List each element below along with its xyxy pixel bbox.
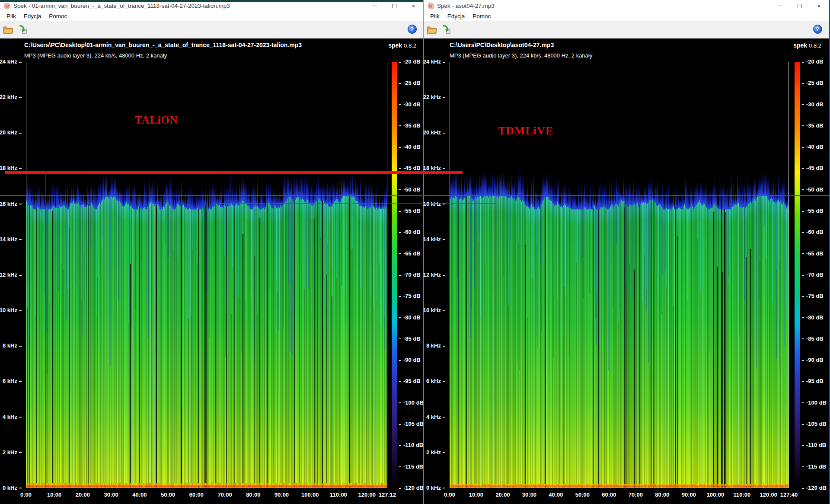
x-axis-tick-label: 127:12 xyxy=(379,491,396,498)
db-scale-label: -25 dB xyxy=(802,80,828,86)
y-axis-tick-label: 22 kHz xyxy=(423,94,445,101)
db-scale-label: -75 dB xyxy=(802,293,828,300)
db-colorbar-right xyxy=(795,62,800,488)
app-version: spek0.8.2 xyxy=(793,42,821,49)
toolbar-right: ? xyxy=(424,21,829,38)
y-axis-tick-label: 24 kHz xyxy=(423,58,445,65)
file-path: C:\Users\PC\Desktop\asot04-27.mp3 xyxy=(450,41,554,48)
window-edge xyxy=(0,0,423,2)
db-scale-label: -120 dB xyxy=(802,485,828,491)
x-axis-tick-label: 110:00 xyxy=(330,491,347,498)
x-axis-tick-label: 100:00 xyxy=(301,491,319,498)
y-axis-tick-label: 14 kHz xyxy=(0,236,22,243)
app-name: spek xyxy=(793,42,807,49)
db-scale-label: -60 dB xyxy=(399,229,425,236)
titlebar-right[interactable]: Spek - asot04-27.mp3 × xyxy=(424,0,829,12)
x-axis-tick-label: 20:00 xyxy=(495,491,510,498)
time-axis-right: 0:0010:0020:0030:0040:0050:0060:0070:008… xyxy=(450,491,789,498)
y-axis-tick-label: 2 kHz xyxy=(3,449,22,456)
x-axis-tick-label: 30:00 xyxy=(522,491,536,498)
menu-plik[interactable]: Plik xyxy=(3,12,20,20)
y-axis-tick-label: 10 kHz xyxy=(0,307,22,314)
minimize-button[interactable] xyxy=(770,0,790,12)
db-scale-label: -100 dB xyxy=(802,399,828,406)
app-name: spek xyxy=(388,42,402,49)
db-scale-label: -65 dB xyxy=(399,250,425,257)
spek-window-left: Spek - 01-armin_van_buuren_-_a_state_of_… xyxy=(0,0,423,504)
x-axis-tick-label: 90:00 xyxy=(682,491,696,498)
y-axis-tick-label: 8 kHz xyxy=(3,342,22,349)
close-button[interactable]: × xyxy=(809,0,829,12)
db-scale-label: -45 dB xyxy=(802,165,828,172)
toolbar-left: ? xyxy=(0,21,423,38)
db-scale-label: -35 dB xyxy=(802,122,828,129)
close-button[interactable]: × xyxy=(404,0,423,12)
db-scale-label: -60 dB xyxy=(802,229,828,236)
save-image-button[interactable] xyxy=(16,23,29,36)
open-file-button[interactable] xyxy=(2,23,15,36)
maximize-button[interactable] xyxy=(790,0,809,12)
x-axis-tick-label: 20:00 xyxy=(76,491,90,498)
db-scale-label: -20 dB xyxy=(802,58,828,65)
y-axis-tick-label: 24 kHz xyxy=(0,58,22,65)
y-axis-tick-label: 12 kHz xyxy=(423,271,445,278)
menu-pomoc[interactable]: Pomoc xyxy=(469,12,495,20)
db-scale-label: -105 dB xyxy=(802,421,828,427)
y-axis-tick-label: 14 kHz xyxy=(423,236,445,243)
x-axis-tick-label: 80:00 xyxy=(246,491,260,498)
db-scale-label: -70 dB xyxy=(399,271,425,278)
x-axis-tick-label: 120:00 xyxy=(760,491,777,498)
x-axis-tick-label: 40:00 xyxy=(132,491,147,498)
menu-pomoc[interactable]: Pomoc xyxy=(45,12,71,20)
db-scale-label: -40 dB xyxy=(399,144,425,150)
menu-edycja[interactable]: Edycja xyxy=(444,12,469,20)
db-scale-label: -65 dB xyxy=(802,250,828,257)
db-scale-label: -30 dB xyxy=(399,101,425,108)
x-axis-tick-label: 10:00 xyxy=(47,491,61,498)
y-axis-tick-label: 16 kHz xyxy=(0,201,22,207)
y-axis-tick-label: 20 kHz xyxy=(0,129,22,136)
x-axis-tick-label: 50:00 xyxy=(161,491,175,498)
y-axis-tick-label: 8 kHz xyxy=(426,342,445,349)
y-axis-tick-label: 6 kHz xyxy=(3,378,22,385)
file-info: MP3 (MPEG audio layer 3), 224 kb/s, 4800… xyxy=(24,52,167,59)
x-axis-tick-label: 0:00 xyxy=(20,491,32,498)
db-scale-label: -50 dB xyxy=(802,186,828,193)
x-axis-tick-label: 80:00 xyxy=(655,491,669,498)
spectrogram-plot-left xyxy=(26,62,387,488)
maximize-button[interactable] xyxy=(384,0,404,12)
y-axis-tick-label: 4 kHz xyxy=(426,414,445,421)
spectrogram-panel-left: C:\Users\PC\Desktop\01-armin_van_buuren_… xyxy=(0,38,423,504)
menu-edycja[interactable]: Edycja xyxy=(20,12,45,20)
x-axis-tick-label: 100:00 xyxy=(707,491,724,498)
menu-plik[interactable]: Plik xyxy=(426,12,444,20)
open-file-button[interactable] xyxy=(425,23,438,36)
folder-icon xyxy=(3,26,13,34)
window-title: Spek - 01-armin_van_buuren_-_a_state_of_… xyxy=(13,3,230,9)
titlebar-left[interactable]: Spek - 01-armin_van_buuren_-_a_state_of_… xyxy=(0,0,423,12)
help-button[interactable]: ? xyxy=(812,24,823,34)
version-number: 0.8.2 xyxy=(809,42,821,49)
spectrogram-panel-right: C:\Users\PC\Desktop\asot04-27.mp3 spek0.… xyxy=(424,38,829,504)
x-axis-tick-label: 30:00 xyxy=(104,491,118,498)
minimize-button[interactable] xyxy=(365,0,384,12)
menubar-right: Plik Edycja Pomoc xyxy=(424,12,829,21)
db-scale-label: -90 dB xyxy=(399,357,425,364)
db-scale-label: -40 dB xyxy=(802,144,828,150)
db-scale-label: -110 dB xyxy=(399,442,425,449)
db-scale-label: -105 dB xyxy=(399,421,425,427)
db-scale-label: -110 dB xyxy=(802,442,828,449)
spek-window-right: Spek - asot04-27.mp3 × Plik Edycja Pomoc xyxy=(423,0,830,504)
db-scale-label: -45 dB xyxy=(399,165,425,172)
db-scale-label: -85 dB xyxy=(399,335,425,342)
y-axis-tick-label: 4 kHz xyxy=(3,414,22,421)
help-button[interactable]: ? xyxy=(407,24,417,34)
spek-pig-icon xyxy=(427,2,434,10)
x-axis-tick-label: 110:00 xyxy=(733,491,750,498)
x-axis-tick-label: 40:00 xyxy=(549,491,563,498)
db-axis-left: -20 dB-25 dB-30 dB-35 dB-40 dB-45 dB-50 … xyxy=(399,58,425,491)
save-image-button[interactable] xyxy=(440,23,453,36)
x-axis-tick-label: 10:00 xyxy=(469,491,483,498)
db-scale-label: -115 dB xyxy=(802,463,828,470)
db-scale-label: -120 dB xyxy=(399,485,425,491)
